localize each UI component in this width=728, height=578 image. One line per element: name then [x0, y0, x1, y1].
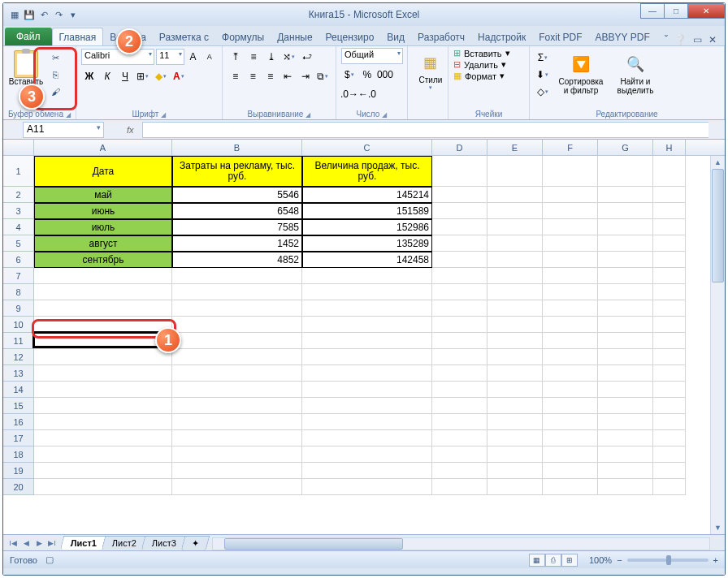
cell[interactable] [34, 414, 172, 430]
insert-cells-button[interactable]: ⊞Вставить ▾ [453, 48, 524, 58]
row-header[interactable]: 16 [3, 414, 34, 430]
cell[interactable] [488, 284, 543, 300]
cell[interactable] [172, 300, 302, 317]
tab-review[interactable]: Рецензиро [319, 28, 381, 45]
row-header[interactable]: 5 [3, 235, 34, 252]
align-right-icon[interactable]: ≡ [262, 68, 279, 84]
cell[interactable] [302, 414, 432, 430]
cell[interactable] [302, 349, 432, 365]
cut-icon[interactable]: ✂ [47, 50, 63, 66]
tab-file[interactable]: Файл [5, 28, 52, 45]
currency-icon[interactable]: $ [341, 67, 358, 83]
cell[interactable] [598, 414, 653, 430]
cell[interactable] [34, 333, 172, 349]
cell[interactable] [488, 349, 543, 365]
cell[interactable] [34, 398, 172, 414]
cell[interactable] [598, 463, 653, 479]
cell[interactable] [34, 300, 172, 317]
name-box[interactable]: A11 [23, 122, 104, 138]
cell[interactable] [543, 430, 598, 446]
cell[interactable] [302, 284, 432, 300]
sort-filter-button[interactable]: 🔽 Сортировка и фильтр [554, 50, 608, 97]
maximize-button[interactable]: □ [664, 3, 688, 19]
cell[interactable] [543, 398, 598, 414]
cell[interactable] [488, 398, 543, 414]
cell[interactable] [488, 414, 543, 430]
undo-icon[interactable]: ↶ [37, 8, 50, 21]
cell[interactable] [34, 284, 172, 300]
dec-decimal-icon[interactable]: ←.0 [359, 86, 375, 102]
col-header[interactable]: F [543, 140, 598, 155]
row-header[interactable]: 9 [3, 300, 34, 317]
wrap-text-icon[interactable]: ⮐ [299, 49, 315, 65]
fill-color-button[interactable]: ◆ [153, 68, 169, 84]
format-painter-icon[interactable]: 🖌 [47, 84, 63, 100]
sheet-tab[interactable]: Лист2 [102, 536, 148, 550]
cell[interactable] [598, 156, 653, 187]
restore-window-icon[interactable]: ▭ [693, 34, 702, 45]
cell[interactable] [432, 284, 488, 300]
close-doc-icon[interactable]: ✕ [708, 34, 717, 45]
cell[interactable] [34, 317, 172, 333]
cell[interactable] [432, 365, 488, 382]
cell[interactable] [488, 187, 543, 203]
fx-icon[interactable]: fx [127, 125, 134, 135]
qat-more-icon[interactable]: ▾ [67, 8, 80, 21]
number-format-select[interactable]: Общий [341, 48, 403, 64]
cell[interactable] [34, 446, 172, 463]
sheet-tab[interactable]: Лист3 [141, 536, 188, 550]
align-left-icon[interactable]: ≡ [228, 68, 244, 84]
cell[interactable] [598, 268, 653, 284]
cell[interactable] [432, 187, 488, 203]
cell[interactable] [172, 479, 302, 495]
cell[interactable] [653, 252, 686, 268]
view-layout-icon[interactable]: ⎙ [545, 554, 561, 567]
zoom-slider[interactable] [627, 559, 708, 562]
tab-formulas[interactable]: Формулы [215, 28, 271, 45]
help-icon[interactable]: ❔ [674, 34, 687, 45]
cell[interactable] [172, 414, 302, 430]
cell[interactable] [653, 382, 686, 398]
cell[interactable] [432, 382, 488, 398]
cell[interactable] [172, 430, 302, 446]
cell[interactable] [653, 414, 686, 430]
sheet-nav-next-icon[interactable]: ▶ [32, 539, 46, 547]
cell[interactable] [598, 430, 653, 446]
cell[interactable] [488, 446, 543, 463]
cell[interactable] [653, 300, 686, 317]
cell[interactable] [653, 333, 686, 349]
cell[interactable] [172, 365, 302, 382]
cell[interactable] [34, 349, 172, 365]
cell[interactable] [34, 365, 172, 382]
cell[interactable]: май [34, 187, 172, 203]
orientation-icon[interactable]: ⤭ [281, 49, 297, 65]
cell[interactable] [653, 187, 686, 203]
col-header[interactable]: D [432, 140, 488, 155]
cell[interactable] [543, 382, 598, 398]
cell[interactable] [432, 268, 488, 284]
cell[interactable]: июль [34, 219, 172, 235]
underline-button[interactable]: Ч [117, 68, 133, 84]
cell[interactable] [432, 479, 488, 495]
cell[interactable] [488, 252, 543, 268]
indent-dec-icon[interactable]: ⇤ [280, 68, 296, 84]
cell[interactable] [543, 284, 598, 300]
tab-abbyy[interactable]: ABBYY PDF [589, 28, 656, 45]
italic-button[interactable]: К [99, 68, 115, 84]
cell[interactable] [488, 365, 543, 382]
cell[interactable] [598, 219, 653, 235]
tab-home[interactable]: Главная [52, 28, 104, 45]
cell[interactable] [34, 463, 172, 479]
align-middle-icon[interactable]: ≡ [245, 49, 262, 65]
cell[interactable] [543, 219, 598, 235]
cell[interactable] [653, 317, 686, 333]
cell[interactable] [653, 203, 686, 219]
cell[interactable]: сентябрь [34, 252, 172, 268]
save-icon[interactable]: 💾 [23, 8, 36, 21]
sheet-nav-prev-icon[interactable]: ◀ [20, 539, 32, 547]
cell[interactable]: 145214 [302, 187, 432, 203]
decrease-font-icon[interactable]: A [202, 49, 217, 65]
cell[interactable] [653, 235, 686, 252]
clear-icon[interactable]: ◇ [535, 84, 551, 100]
cell[interactable] [543, 317, 598, 333]
